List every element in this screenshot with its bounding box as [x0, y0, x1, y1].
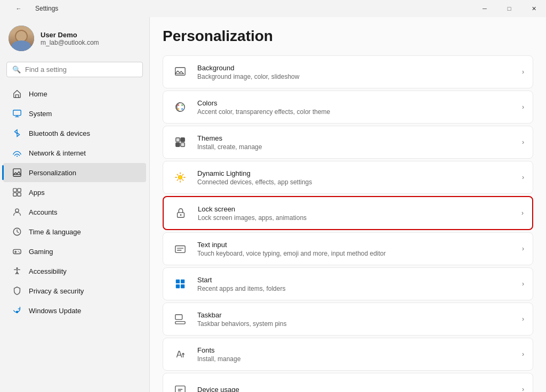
- svg-rect-9: [13, 249, 21, 254]
- svg-rect-27: [175, 246, 185, 253]
- close-button[interactable]: ✕: [521, 0, 546, 17]
- nav-container: Home System Bluetooth & devices Network …: [0, 84, 149, 321]
- svg-point-18: [181, 108, 183, 110]
- settings-item-desc: Connected devices, effects, app settings: [197, 178, 513, 186]
- sidebar-item-label: Accessibility: [29, 267, 67, 275]
- sidebar-item-privacy[interactable]: Privacy & security: [3, 281, 146, 300]
- settings-item-text: Themes Install, create, manage: [197, 134, 513, 151]
- svg-rect-29: [181, 280, 184, 283]
- search-box[interactable]: 🔍: [6, 62, 143, 77]
- search-icon: 🔍: [12, 66, 21, 74]
- gaming-icon: [12, 246, 22, 257]
- svg-rect-30: [176, 284, 180, 288]
- sidebar-item-time[interactable]: Time & language: [3, 222, 146, 241]
- user-email: m_lab@outlook.com: [41, 39, 99, 46]
- sidebar-item-label: Personalization: [29, 169, 76, 177]
- settings-item-text: Start Recent apps and items, folders: [197, 276, 513, 292]
- svg-rect-22: [176, 143, 180, 146]
- app-container: User Demo m_lab@outlook.com 🔍 Home Syste…: [0, 17, 546, 392]
- svg-point-19: [178, 108, 180, 110]
- settings-item-colors[interactable]: Colors Accent color, transparency effect…: [163, 91, 533, 124]
- privacy-icon: [12, 285, 22, 296]
- settings-item-title: Device usage: [197, 386, 513, 393]
- sidebar-item-accounts[interactable]: Accounts: [3, 202, 146, 222]
- settings-item-desc: Recent apps and items, folders: [197, 285, 513, 292]
- maximize-button[interactable]: □: [497, 0, 521, 17]
- sidebar-item-windows-update[interactable]: Windows Update: [3, 301, 146, 320]
- settings-item-desc: Install, manage: [197, 355, 513, 363]
- chevron-right-icon: ›: [522, 315, 524, 323]
- svg-rect-33: [175, 315, 182, 320]
- svg-point-11: [19, 252, 20, 252]
- settings-item-dynamic-lighting[interactable]: Dynamic Lighting Connected devices, effe…: [163, 161, 533, 194]
- settings-item-text: Text input Touch keyboard, voice typing,…: [197, 241, 513, 257]
- search-input[interactable]: [25, 66, 137, 74]
- settings-item-desc: Lock screen images, apps, animations: [198, 214, 513, 222]
- settings-item-text: Taskbar Taskbar behaviors, system pins: [197, 311, 513, 328]
- minimize-button[interactable]: ─: [472, 0, 497, 17]
- svg-rect-0: [13, 110, 21, 116]
- svg-rect-3: [13, 189, 17, 192]
- main-content: Personalization Background Background im…: [149, 17, 546, 392]
- chevron-right-icon: ›: [522, 138, 524, 146]
- settings-item-lock-screen[interactable]: Lock screen Lock screen images, apps, an…: [163, 196, 533, 230]
- svg-point-7: [15, 209, 19, 212]
- settings-item-fonts[interactable]: Fonts Install, manage ›: [163, 338, 533, 371]
- svg-point-26: [180, 214, 182, 216]
- settings-item-text: Colors Accent color, transparency effect…: [197, 99, 513, 116]
- chevron-right-icon: ›: [522, 103, 524, 111]
- sidebar-item-label: Windows Update: [29, 307, 81, 315]
- sidebar-item-personalization[interactable]: Personalization: [3, 163, 146, 182]
- settings-item-taskbar[interactable]: Taskbar Taskbar behaviors, system pins ›: [163, 303, 533, 336]
- fonts-icon: [172, 346, 189, 363]
- chevron-right-icon: ›: [522, 386, 524, 392]
- svg-rect-5: [13, 193, 17, 196]
- app-title: Settings: [35, 5, 58, 12]
- system-icon: [12, 108, 22, 119]
- chevron-right-icon: ›: [522, 245, 524, 252]
- background-icon: [172, 63, 189, 80]
- svg-rect-28: [176, 280, 180, 283]
- start-icon: [172, 275, 189, 292]
- sidebar-item-home[interactable]: Home: [3, 84, 146, 103]
- svg-point-1: [17, 156, 18, 157]
- sidebar-item-label: System: [29, 110, 52, 118]
- time-icon: [12, 226, 22, 237]
- settings-item-device-usage[interactable]: Device usage ›: [163, 373, 533, 392]
- sidebar-item-bluetooth[interactable]: Bluetooth & devices: [3, 124, 146, 143]
- svg-rect-21: [181, 138, 184, 142]
- network-icon: [12, 148, 22, 158]
- user-profile[interactable]: User Demo m_lab@outlook.com: [0, 17, 149, 60]
- settings-item-themes[interactable]: Themes Install, create, manage ›: [163, 126, 533, 159]
- settings-item-desc: Taskbar behaviors, system pins: [197, 320, 513, 328]
- chevron-right-icon: ›: [522, 174, 524, 181]
- settings-item-start[interactable]: Start Recent apps and items, folders ›: [163, 267, 533, 300]
- accounts-icon: [12, 207, 22, 217]
- svg-rect-31: [181, 284, 184, 288]
- sidebar-item-label: Gaming: [29, 248, 53, 256]
- sidebar-item-system[interactable]: System: [3, 104, 146, 123]
- chevron-right-icon: ›: [522, 280, 524, 288]
- chevron-right-icon: ›: [522, 350, 524, 358]
- svg-point-16: [178, 104, 180, 107]
- svg-rect-32: [175, 322, 185, 324]
- apps-icon: [12, 187, 22, 198]
- sidebar-item-label: Privacy & security: [29, 287, 84, 295]
- user-info: User Demo m_lab@outlook.com: [41, 31, 99, 46]
- sidebar-item-accessibility[interactable]: Accessibility: [3, 262, 146, 281]
- accessibility-icon: [12, 266, 22, 276]
- settings-item-background[interactable]: Background Background image, color, slid…: [163, 55, 533, 88]
- svg-rect-20: [176, 138, 180, 142]
- lock-screen-icon: [172, 205, 189, 222]
- sidebar-item-network[interactable]: Network & internet: [3, 143, 146, 162]
- sidebar-item-gaming[interactable]: Gaming: [3, 242, 146, 261]
- sidebar-item-apps[interactable]: Apps: [3, 183, 146, 202]
- settings-item-text-input[interactable]: Text input Touch keyboard, voice typing,…: [163, 232, 533, 265]
- back-button[interactable]: ←: [6, 0, 31, 17]
- settings-item-text: Fonts Install, manage: [197, 346, 513, 363]
- sidebar-item-label: Apps: [29, 189, 45, 197]
- sidebar: User Demo m_lab@outlook.com 🔍 Home Syste…: [0, 17, 149, 392]
- settings-item-text: Background Background image, color, slid…: [197, 64, 513, 80]
- titlebar-left: ← Settings: [6, 0, 58, 17]
- chevron-right-icon: ›: [522, 68, 524, 76]
